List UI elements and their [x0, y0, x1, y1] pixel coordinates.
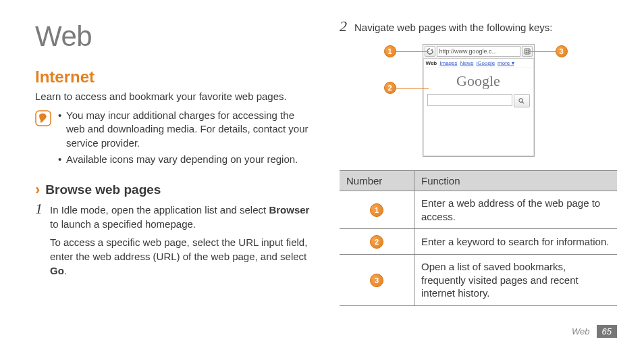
callout-leader	[396, 51, 429, 52]
page-footer: Web 65	[572, 325, 617, 338]
section-title: Internet	[35, 68, 313, 86]
browser-screenshot: 1 3 2 http://www.google.c... Web	[371, 44, 587, 157]
svg-point-6	[519, 98, 522, 101]
chevron-icon: ›	[35, 182, 40, 197]
table-row: 1 Enter a web address of the web page to…	[340, 191, 617, 229]
row-function: Open a list of saved bookmarks, frequent…	[414, 255, 618, 306]
page-title: Web	[35, 20, 313, 53]
search-input[interactable]	[427, 94, 512, 106]
tab-link[interactable]: Images	[439, 60, 457, 66]
address-bar-row: http://www.google.c...	[423, 45, 534, 59]
note-block: You may incur additional charges for acc…	[35, 109, 313, 169]
step-text: To access a specific web page, select th…	[50, 236, 307, 262]
row-function: Enter a keyword to search for informatio…	[414, 229, 618, 255]
google-logo: Google	[427, 72, 530, 90]
callout-2: 2	[384, 82, 396, 94]
footer-section: Web	[572, 326, 590, 336]
url-input[interactable]: http://www.google.c...	[437, 46, 520, 57]
svg-rect-2	[525, 50, 527, 51]
table-header: Number	[340, 171, 414, 191]
tab-link[interactable]: iGoogle	[477, 60, 495, 66]
step-bold: Go	[50, 265, 64, 276]
row-number-icon: 1	[370, 203, 383, 217]
table-row: 3 Open a list of saved bookmarks, freque…	[340, 255, 617, 306]
note-item: You may incur additional charges for acc…	[58, 109, 313, 150]
svg-line-7	[522, 101, 525, 103]
table-row: 2 Enter a keyword to search for informat…	[340, 229, 617, 255]
intro-text: Learn to access and bookmark your favori…	[35, 91, 313, 102]
tab-link[interactable]: News	[460, 60, 473, 66]
row-number-icon: 3	[370, 274, 383, 287]
step-text: Navigate web pages with the following ke…	[354, 20, 617, 34]
tab-link[interactable]: Web	[426, 60, 437, 66]
step-1: 1 In Idle mode, open the application lis…	[35, 203, 313, 282]
search-icon	[518, 98, 525, 104]
step-number: 2	[340, 19, 354, 34]
step-2: 2 Navigate web pages with the following …	[340, 20, 617, 39]
row-function: Enter a web address of the web page to a…	[414, 191, 618, 229]
step-text: In Idle mode, open the application list …	[50, 204, 269, 216]
step-text: to launch a specified homepage.	[50, 218, 196, 230]
sub-heading-text: Browse web pages	[45, 182, 161, 197]
nav-tabs: Web Images News iGoogle more ▾	[423, 59, 534, 68]
callout-1: 1	[384, 45, 396, 57]
note-icon	[35, 110, 51, 126]
note-item: Available icons may vary depending on yo…	[58, 153, 313, 166]
browser-window: http://www.google.c... Web Images News i…	[423, 44, 535, 157]
callout-leader	[396, 88, 429, 89]
footer-page-number: 65	[597, 325, 617, 338]
svg-rect-4	[525, 52, 527, 53]
table-header: Function	[414, 171, 618, 191]
callout-leader	[529, 51, 556, 52]
callout-3: 3	[556, 45, 568, 57]
row-number-icon: 2	[370, 235, 383, 249]
right-column: 2 Navigate web pages with the following …	[340, 20, 617, 350]
search-button[interactable]	[514, 94, 530, 107]
function-table: Number Function 1 Enter a web address of…	[340, 170, 617, 306]
left-column: Web Internet Learn to access and bookmar…	[35, 20, 313, 350]
sub-heading: › Browse web pages	[35, 182, 313, 197]
step-bold: Browser	[269, 204, 309, 216]
step-number: 1	[35, 201, 50, 216]
step-text: .	[64, 265, 67, 276]
tab-link[interactable]: more ▾	[498, 60, 514, 66]
